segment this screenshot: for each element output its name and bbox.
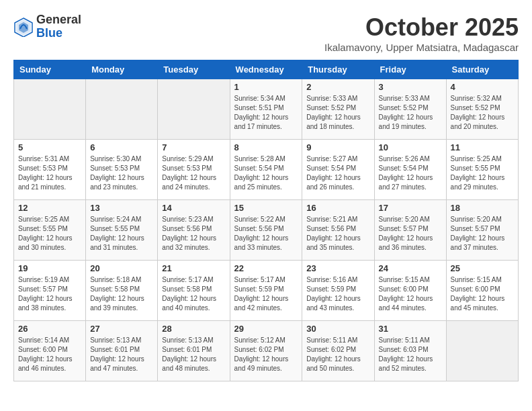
table-row: 20 Sunrise: 5:18 AMSunset: 5:58 PMDaylig… bbox=[86, 261, 158, 321]
table-row: 11 Sunrise: 5:25 AMSunset: 5:55 PMDaylig… bbox=[446, 140, 518, 200]
table-row: 21 Sunrise: 5:17 AMSunset: 5:58 PMDaylig… bbox=[158, 261, 230, 321]
day-number: 3 bbox=[379, 82, 442, 92]
day-number: 21 bbox=[162, 263, 225, 273]
table-row: 31 Sunrise: 5:11 AMSunset: 6:03 PMDaylig… bbox=[374, 321, 446, 381]
col-sunday: Sunday bbox=[14, 60, 86, 79]
day-info: Sunrise: 5:12 AMSunset: 6:02 PMDaylight:… bbox=[234, 336, 298, 373]
day-info: Sunrise: 5:17 AMSunset: 5:58 PMDaylight:… bbox=[162, 275, 225, 313]
day-number: 4 bbox=[451, 82, 514, 92]
day-info: Sunrise: 5:22 AMSunset: 5:56 PMDaylight:… bbox=[234, 215, 298, 253]
logo-icon bbox=[13, 17, 34, 37]
day-number: 13 bbox=[90, 203, 153, 213]
table-row: 24 Sunrise: 5:15 AMSunset: 6:00 PMDaylig… bbox=[374, 261, 446, 321]
table-row: 15 Sunrise: 5:22 AMSunset: 5:56 PMDaylig… bbox=[230, 200, 302, 261]
day-number: 6 bbox=[90, 142, 153, 152]
day-number: 23 bbox=[306, 263, 369, 273]
day-info: Sunrise: 5:17 AMSunset: 5:59 PMDaylight:… bbox=[234, 275, 298, 313]
day-info: Sunrise: 5:28 AMSunset: 5:54 PMDaylight:… bbox=[234, 154, 298, 192]
table-row: 4 Sunrise: 5:32 AMSunset: 5:52 PMDayligh… bbox=[446, 79, 518, 140]
day-number: 14 bbox=[162, 203, 225, 213]
table-row: 18 Sunrise: 5:20 AMSunset: 5:57 PMDaylig… bbox=[446, 200, 518, 261]
day-number: 28 bbox=[162, 324, 225, 334]
day-number: 1 bbox=[234, 82, 298, 92]
table-row: 10 Sunrise: 5:26 AMSunset: 5:54 PMDaylig… bbox=[374, 140, 446, 200]
table-row: 28 Sunrise: 5:13 AMSunset: 6:01 PMDaylig… bbox=[158, 321, 230, 381]
table-row: 3 Sunrise: 5:33 AMSunset: 5:52 PMDayligh… bbox=[374, 79, 446, 140]
table-row: 17 Sunrise: 5:20 AMSunset: 5:57 PMDaylig… bbox=[374, 200, 446, 261]
table-row: 13 Sunrise: 5:24 AMSunset: 5:55 PMDaylig… bbox=[86, 200, 158, 261]
location-subtitle: Ikalamavony, Upper Matsiatra, Madagascar bbox=[324, 42, 519, 53]
day-number: 2 bbox=[306, 82, 369, 92]
title-section: October 2025 Ikalamavony, Upper Matsiatr… bbox=[324, 13, 519, 53]
day-number: 29 bbox=[234, 324, 298, 334]
calendar-week-row: 19 Sunrise: 5:19 AMSunset: 5:57 PMDaylig… bbox=[14, 261, 519, 321]
table-row: 5 Sunrise: 5:31 AMSunset: 5:53 PMDayligh… bbox=[14, 140, 86, 200]
day-info: Sunrise: 5:24 AMSunset: 5:55 PMDaylight:… bbox=[90, 215, 153, 253]
day-number: 22 bbox=[234, 263, 298, 273]
table-row bbox=[158, 79, 230, 140]
day-number: 18 bbox=[451, 203, 514, 213]
day-info: Sunrise: 5:19 AMSunset: 5:57 PMDaylight:… bbox=[18, 275, 81, 313]
table-row: 19 Sunrise: 5:19 AMSunset: 5:57 PMDaylig… bbox=[14, 261, 86, 321]
table-row bbox=[14, 79, 86, 140]
table-row: 30 Sunrise: 5:11 AMSunset: 6:02 PMDaylig… bbox=[302, 321, 374, 381]
day-number: 20 bbox=[90, 263, 153, 273]
logo-text: General Blue bbox=[36, 13, 81, 40]
day-info: Sunrise: 5:14 AMSunset: 6:00 PMDaylight:… bbox=[18, 336, 81, 373]
col-wednesday: Wednesday bbox=[230, 60, 302, 79]
table-row bbox=[86, 79, 158, 140]
day-number: 5 bbox=[18, 142, 81, 152]
day-number: 26 bbox=[18, 324, 81, 334]
day-number: 27 bbox=[90, 324, 153, 334]
day-info: Sunrise: 5:11 AMSunset: 6:03 PMDaylight:… bbox=[379, 336, 442, 373]
day-info: Sunrise: 5:20 AMSunset: 5:57 PMDaylight:… bbox=[379, 215, 442, 253]
day-info: Sunrise: 5:18 AMSunset: 5:58 PMDaylight:… bbox=[90, 275, 153, 313]
day-number: 10 bbox=[379, 142, 442, 152]
table-row: 7 Sunrise: 5:29 AMSunset: 5:53 PMDayligh… bbox=[158, 140, 230, 200]
day-number: 24 bbox=[379, 263, 442, 273]
day-number: 19 bbox=[18, 263, 81, 273]
calendar-week-row: 5 Sunrise: 5:31 AMSunset: 5:53 PMDayligh… bbox=[14, 140, 519, 200]
day-info: Sunrise: 5:31 AMSunset: 5:53 PMDaylight:… bbox=[18, 154, 81, 192]
day-info: Sunrise: 5:13 AMSunset: 6:01 PMDaylight:… bbox=[90, 336, 153, 373]
col-tuesday: Tuesday bbox=[158, 60, 230, 79]
calendar-week-row: 1 Sunrise: 5:34 AMSunset: 5:51 PMDayligh… bbox=[14, 79, 519, 140]
calendar-week-row: 26 Sunrise: 5:14 AMSunset: 6:00 PMDaylig… bbox=[14, 321, 519, 381]
day-info: Sunrise: 5:32 AMSunset: 5:52 PMDaylight:… bbox=[451, 94, 514, 132]
table-row: 2 Sunrise: 5:33 AMSunset: 5:52 PMDayligh… bbox=[302, 79, 374, 140]
page-header: General Blue October 2025 Ikalamavony, U… bbox=[13, 13, 519, 53]
col-monday: Monday bbox=[86, 60, 158, 79]
table-row: 16 Sunrise: 5:21 AMSunset: 5:56 PMDaylig… bbox=[302, 200, 374, 261]
table-row: 25 Sunrise: 5:15 AMSunset: 6:00 PMDaylig… bbox=[446, 261, 518, 321]
day-number: 15 bbox=[234, 203, 298, 213]
day-number: 9 bbox=[306, 142, 369, 152]
col-friday: Friday bbox=[374, 60, 446, 79]
table-row: 26 Sunrise: 5:14 AMSunset: 6:00 PMDaylig… bbox=[14, 321, 86, 381]
day-number: 8 bbox=[234, 142, 298, 152]
table-row bbox=[446, 321, 518, 381]
table-row: 27 Sunrise: 5:13 AMSunset: 6:01 PMDaylig… bbox=[86, 321, 158, 381]
day-number: 16 bbox=[306, 203, 369, 213]
day-info: Sunrise: 5:34 AMSunset: 5:51 PMDaylight:… bbox=[234, 94, 298, 132]
day-number: 17 bbox=[379, 203, 442, 213]
calendar-header-row: Sunday Monday Tuesday Wednesday Thursday… bbox=[14, 60, 519, 79]
day-info: Sunrise: 5:23 AMSunset: 5:56 PMDaylight:… bbox=[162, 215, 225, 253]
day-info: Sunrise: 5:11 AMSunset: 6:02 PMDaylight:… bbox=[306, 336, 369, 373]
table-row: 6 Sunrise: 5:30 AMSunset: 5:53 PMDayligh… bbox=[86, 140, 158, 200]
day-info: Sunrise: 5:25 AMSunset: 5:55 PMDaylight:… bbox=[18, 215, 81, 253]
day-info: Sunrise: 5:15 AMSunset: 6:00 PMDaylight:… bbox=[379, 275, 442, 313]
calendar-table: Sunday Monday Tuesday Wednesday Thursday… bbox=[13, 60, 519, 381]
day-number: 30 bbox=[306, 324, 369, 334]
table-row: 22 Sunrise: 5:17 AMSunset: 5:59 PMDaylig… bbox=[230, 261, 302, 321]
logo-general: General bbox=[36, 13, 81, 27]
table-row: 1 Sunrise: 5:34 AMSunset: 5:51 PMDayligh… bbox=[230, 79, 302, 140]
day-number: 7 bbox=[162, 142, 225, 152]
table-row: 23 Sunrise: 5:16 AMSunset: 5:59 PMDaylig… bbox=[302, 261, 374, 321]
day-info: Sunrise: 5:33 AMSunset: 5:52 PMDaylight:… bbox=[379, 94, 442, 132]
day-info: Sunrise: 5:30 AMSunset: 5:53 PMDaylight:… bbox=[90, 154, 153, 192]
day-number: 12 bbox=[18, 203, 81, 213]
day-info: Sunrise: 5:27 AMSunset: 5:54 PMDaylight:… bbox=[306, 154, 369, 192]
day-info: Sunrise: 5:15 AMSunset: 6:00 PMDaylight:… bbox=[451, 275, 514, 313]
month-title: October 2025 bbox=[324, 13, 519, 42]
table-row: 29 Sunrise: 5:12 AMSunset: 6:02 PMDaylig… bbox=[230, 321, 302, 381]
